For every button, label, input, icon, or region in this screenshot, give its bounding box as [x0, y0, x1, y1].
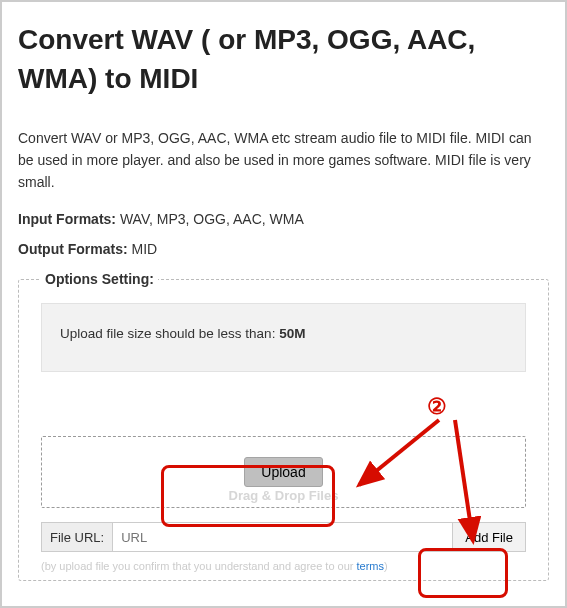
drag-drop-hint: Drag & Drop Files: [229, 488, 339, 503]
input-formats-label: Input Formats:: [18, 211, 116, 227]
input-formats-value: WAV, MP3, OGG, AAC, WMA: [116, 211, 304, 227]
terms-link[interactable]: terms: [357, 560, 385, 572]
page-title: Convert WAV ( or MP3, OGG, AAC, WMA) to …: [18, 20, 549, 98]
options-fieldset: Options Setting: Upload file size should…: [18, 271, 549, 581]
upload-confirm-text: (by upload file you confirm that you und…: [41, 560, 526, 572]
output-formats-line: Output Formats: MID: [18, 241, 549, 257]
upload-size-notice: Upload file size should be less than: 50…: [41, 303, 526, 372]
file-url-input[interactable]: [112, 522, 453, 552]
upload-size-limit: 50M: [279, 326, 305, 341]
page-description: Convert WAV or MP3, OGG, AAC, WMA etc st…: [18, 128, 549, 193]
file-url-label: File URL:: [41, 522, 112, 552]
options-legend: Options Setting:: [41, 271, 158, 287]
output-formats-value: MID: [128, 241, 158, 257]
upload-button[interactable]: Upload: [244, 457, 322, 487]
input-formats-line: Input Formats: WAV, MP3, OGG, AAC, WMA: [18, 211, 549, 227]
upload-size-text: Upload file size should be less than:: [60, 326, 279, 341]
spacer: [41, 392, 526, 436]
dropzone[interactable]: Upload Drag & Drop Files: [41, 436, 526, 508]
app-frame: Convert WAV ( or MP3, OGG, AAC, WMA) to …: [0, 0, 567, 608]
file-url-row: File URL: Add File: [41, 522, 526, 552]
output-formats-label: Output Formats:: [18, 241, 128, 257]
annotation-ring-add-file: [418, 548, 508, 598]
add-file-button[interactable]: Add File: [453, 522, 526, 552]
